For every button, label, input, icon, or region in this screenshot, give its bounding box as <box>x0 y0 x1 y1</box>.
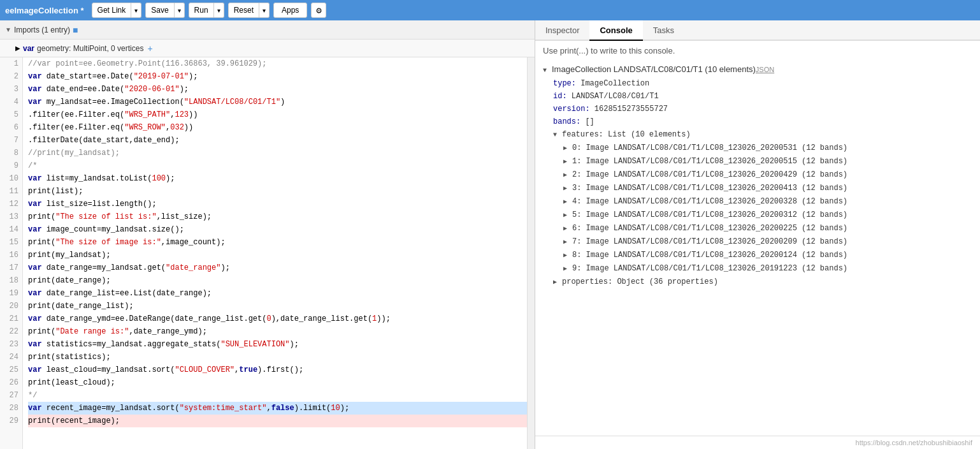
code-line: print(date_range_list); <box>28 300 527 313</box>
save-group: Save ▾ <box>145 3 184 18</box>
code-line: /* <box>28 159 527 172</box>
editor-scrollbar[interactable] <box>527 57 535 449</box>
editor-panel: ▼ Imports (1 entry) ■ ▶ var geometry: Mu… <box>0 20 535 449</box>
line-number: 17 <box>0 261 22 274</box>
line-number: 6 <box>0 121 22 134</box>
collection-expand-icon[interactable] <box>543 64 549 77</box>
collection-title: ImageCollection LANDSAT/LC08/C01/T1 (10 … <box>552 63 756 76</box>
get-link-button[interactable]: Get Link <box>92 3 132 18</box>
code-line: print(recent_image); <box>28 415 527 427</box>
editor-title: eeImageCollection * <box>5 6 84 15</box>
line-number: 8 <box>0 147 22 159</box>
top-bar: eeImageCollection * Get Link ▾ Save ▾ Ru… <box>0 0 980 20</box>
code-area[interactable]: //var point=ee.Geometry.Point(116.36863,… <box>23 57 527 449</box>
line-number: 3 <box>0 83 22 96</box>
run-button[interactable]: Run <box>189 3 214 18</box>
feature-item[interactable]: 6: Image LANDSAT/LC08/C01/T1/LC08_123026… <box>563 222 972 235</box>
right-tabs: Inspector Console Tasks <box>535 20 980 41</box>
id-row: id: LANDSAT/LC08/C01/T1 <box>553 90 972 103</box>
code-line: var list=my_landsat.toList(100); <box>28 172 527 185</box>
line-number: 12 <box>0 198 22 210</box>
feature-expand-icon[interactable] <box>563 263 570 276</box>
feature-item[interactable]: 8: Image LANDSAT/LC08/C01/T1/LC08_123026… <box>563 249 972 262</box>
feature-expand-icon[interactable] <box>563 223 570 235</box>
line-number: 20 <box>0 300 22 313</box>
feature-item[interactable]: 0: Image LANDSAT/LC08/C01/T1/LC08_123026… <box>563 142 972 155</box>
code-line: var list_size=list.length(); <box>28 198 527 210</box>
console-tree: ImageCollection LANDSAT/LC08/C01/T1 (10 … <box>543 63 972 289</box>
feature-item[interactable]: 2: Image LANDSAT/LC08/C01/T1/LC08_123026… <box>563 168 972 182</box>
code-line: print(list); <box>28 185 527 198</box>
line-number: 24 <box>0 351 22 364</box>
version-key: version: <box>553 103 590 115</box>
feature-item[interactable]: 5: Image LANDSAT/LC08/C01/T1/LC08_123026… <box>563 209 972 222</box>
geometry-subheader: ▶ var geometry: MultiPoint, 0 vertices + <box>0 40 535 57</box>
reset-group: Reset ▾ <box>228 3 270 18</box>
feature-expand-icon[interactable] <box>563 142 570 155</box>
code-line: print(least_cloud); <box>28 376 527 389</box>
feature-expand-icon[interactable] <box>563 182 570 195</box>
code-line: var date_range_ymd=ee.DateRange(date_ran… <box>28 313 527 325</box>
feature-label: 3: Image LANDSAT/LC08/C01/T1/LC08_123026… <box>572 182 847 195</box>
feature-item[interactable]: 9: Image LANDSAT/LC08/C01/T1/LC08_123026… <box>563 262 972 276</box>
properties-expand-icon[interactable] <box>553 276 559 289</box>
line-number: 28 <box>0 402 22 415</box>
reset-dropdown[interactable]: ▾ <box>259 3 270 18</box>
code-line: print("Date range is:",date_range_ymd); <box>28 325 527 338</box>
save-button[interactable]: Save <box>145 3 174 18</box>
collection-title-row: ImageCollection LANDSAT/LC08/C01/T1 (10 … <box>543 63 972 77</box>
get-link-dropdown[interactable]: ▾ <box>131 3 141 18</box>
code-line: .filter(ee.Filter.eq("WRS_ROW",032)) <box>28 121 527 134</box>
feature-item[interactable]: 7: Image LANDSAT/LC08/C01/T1/LC08_123026… <box>563 235 972 249</box>
code-line: //print(my_landsat); <box>28 147 527 159</box>
line-number: 1 <box>0 57 22 70</box>
json-link[interactable]: JSON <box>756 63 774 76</box>
gear-icon: ⚙ <box>316 5 321 16</box>
feature-expand-icon[interactable] <box>563 196 570 209</box>
feature-expand-icon[interactable] <box>563 236 570 249</box>
imports-collapse-icon[interactable]: ▼ <box>5 26 11 33</box>
properties-label: properties: Object (36 properties) <box>562 276 718 288</box>
apps-button[interactable]: Apps <box>273 3 307 18</box>
code-line: //var point=ee.Geometry.Point(116.36863,… <box>28 57 527 70</box>
save-dropdown[interactable]: ▾ <box>175 3 185 18</box>
line-number: 9 <box>0 159 22 172</box>
imports-info-icon[interactable]: ■ <box>73 25 78 35</box>
feature-item[interactable]: 1: Image LANDSAT/LC08/C01/T1/LC08_123026… <box>563 155 972 168</box>
line-number: 15 <box>0 236 22 249</box>
tab-tasks[interactable]: Tasks <box>643 20 684 41</box>
code-editor-body: 1234567891011121314151617181920212223242… <box>0 57 535 449</box>
features-label: features: List (10 elements) <box>562 128 691 141</box>
features-expand-icon[interactable] <box>553 129 559 142</box>
features-list: 0: Image LANDSAT/LC08/C01/T1/LC08_123026… <box>553 142 972 276</box>
tab-console[interactable]: Console <box>589 20 642 41</box>
tab-inspector[interactable]: Inspector <box>535 20 589 41</box>
feature-expand-icon[interactable] <box>563 249 570 262</box>
code-line: var statistics=my_landsat.aggregate_stat… <box>28 338 527 351</box>
code-line: print(statistics); <box>28 351 527 364</box>
right-panel: Inspector Console Tasks Use print(...) t… <box>535 20 980 449</box>
console-hint: Use print(...) to write to this console. <box>543 46 972 55</box>
reset-button[interactable]: Reset <box>228 3 259 18</box>
feature-label: 0: Image LANDSAT/LC08/C01/T1/LC08_123026… <box>572 142 847 154</box>
code-line: var date_range=my_landsat.get("date_rang… <box>28 261 527 274</box>
line-number: 16 <box>0 249 22 261</box>
line-number: 10 <box>0 172 22 185</box>
footer-link[interactable]: https://blog.csdn.net/zhobushibiaoshif <box>856 439 972 446</box>
feature-label: 9: Image LANDSAT/LC08/C01/T1/LC08_123026… <box>572 262 847 275</box>
geometry-expand-icon[interactable]: ▶ <box>15 45 20 52</box>
run-dropdown[interactable]: ▾ <box>214 3 224 18</box>
settings-button[interactable]: ⚙ <box>311 3 326 18</box>
add-import-icon[interactable]: + <box>147 43 152 54</box>
feature-expand-icon[interactable] <box>563 169 570 182</box>
feature-item[interactable]: 4: Image LANDSAT/LC08/C01/T1/LC08_123026… <box>563 195 972 209</box>
feature-expand-icon[interactable] <box>563 156 570 168</box>
feature-expand-icon[interactable] <box>563 209 570 222</box>
version-val: 1628515273555727 <box>594 103 668 115</box>
console-footer: https://blog.csdn.net/zhobushibiaoshif <box>535 436 980 449</box>
bands-val: [] <box>585 115 594 128</box>
code-line: */ <box>28 389 527 402</box>
code-line: .filterDate(date_start,date_end); <box>28 134 527 147</box>
feature-item[interactable]: 3: Image LANDSAT/LC08/C01/T1/LC08_123026… <box>563 182 972 195</box>
feature-label: 8: Image LANDSAT/LC08/C01/T1/LC08_123026… <box>572 249 847 261</box>
